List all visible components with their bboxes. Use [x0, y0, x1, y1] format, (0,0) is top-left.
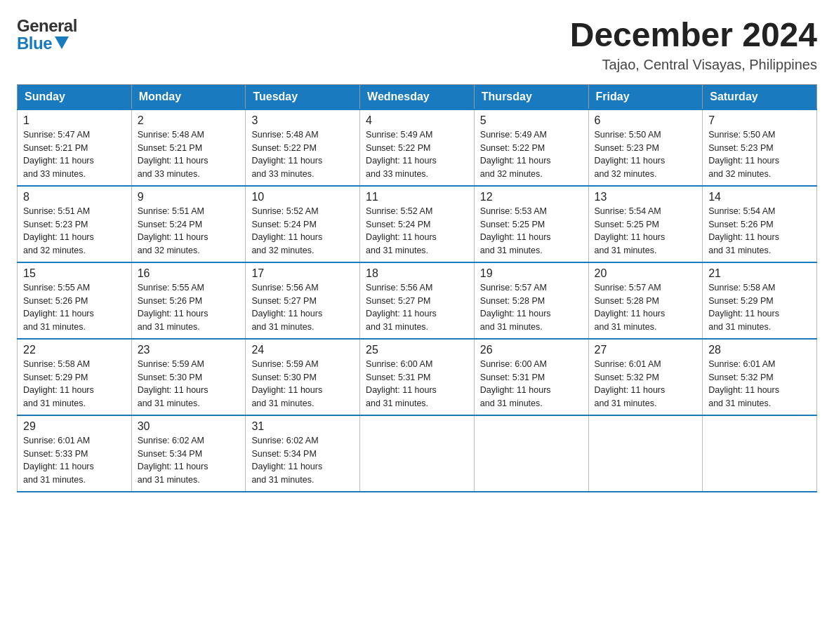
day-number: 6 — [595, 114, 697, 127]
day-number: 7 — [708, 114, 811, 127]
day-info: Sunrise: 5:52 AMSunset: 5:24 PMDaylight:… — [366, 205, 468, 257]
logo-triangle-icon — [55, 36, 69, 49]
calendar-day-cell: 18 Sunrise: 5:56 AMSunset: 5:27 PMDaylig… — [360, 262, 475, 339]
day-info: Sunrise: 5:55 AMSunset: 5:26 PMDaylight:… — [138, 281, 240, 334]
calendar-day-cell: 24 Sunrise: 5:59 AMSunset: 5:30 PMDaylig… — [246, 339, 360, 415]
day-number: 26 — [480, 344, 583, 356]
day-info: Sunrise: 5:59 AMSunset: 5:30 PMDaylight:… — [138, 358, 240, 410]
calendar-day-cell: 30 Sunrise: 6:02 AMSunset: 5:34 PMDaylig… — [131, 415, 246, 492]
day-number: 2 — [138, 114, 240, 127]
calendar-day-cell: 15 Sunrise: 5:55 AMSunset: 5:26 PMDaylig… — [18, 262, 132, 339]
calendar-day-cell: 26 Sunrise: 6:00 AMSunset: 5:31 PMDaylig… — [474, 339, 588, 415]
day-number: 3 — [251, 114, 354, 127]
day-number: 1 — [23, 114, 126, 127]
day-info: Sunrise: 5:57 AMSunset: 5:28 PMDaylight:… — [595, 281, 697, 334]
calendar-day-cell: 23 Sunrise: 5:59 AMSunset: 5:30 PMDaylig… — [131, 339, 246, 415]
day-number: 20 — [595, 267, 697, 280]
calendar-day-cell: 16 Sunrise: 5:55 AMSunset: 5:26 PMDaylig… — [131, 262, 246, 339]
day-info: Sunrise: 5:49 AMSunset: 5:22 PMDaylight:… — [480, 128, 583, 181]
day-number: 21 — [708, 267, 811, 280]
day-info: Sunrise: 5:53 AMSunset: 5:25 PMDaylight:… — [480, 205, 583, 257]
logo: General Blue — [17, 17, 77, 52]
calendar-day-cell: 19 Sunrise: 5:57 AMSunset: 5:28 PMDaylig… — [474, 262, 588, 339]
calendar-week-row: 22 Sunrise: 5:58 AMSunset: 5:29 PMDaylig… — [18, 339, 817, 415]
day-number: 4 — [366, 114, 468, 127]
day-info: Sunrise: 6:02 AMSunset: 5:34 PMDaylight:… — [251, 434, 354, 487]
day-number: 23 — [138, 344, 240, 356]
calendar-day-cell — [703, 415, 817, 492]
day-number: 29 — [23, 420, 126, 433]
day-info: Sunrise: 5:50 AMSunset: 5:23 PMDaylight:… — [708, 128, 811, 181]
day-info: Sunrise: 5:59 AMSunset: 5:30 PMDaylight:… — [251, 358, 354, 410]
calendar-day-cell: 8 Sunrise: 5:51 AMSunset: 5:23 PMDayligh… — [18, 186, 132, 262]
day-number: 14 — [708, 191, 811, 203]
day-info: Sunrise: 5:52 AMSunset: 5:24 PMDaylight:… — [251, 205, 354, 257]
calendar-day-cell: 25 Sunrise: 6:00 AMSunset: 5:31 PMDaylig… — [360, 339, 475, 415]
calendar-day-header: Sunday — [18, 84, 132, 109]
calendar-day-cell: 29 Sunrise: 6:01 AMSunset: 5:33 PMDaylig… — [18, 415, 132, 492]
day-info: Sunrise: 5:55 AMSunset: 5:26 PMDaylight:… — [23, 281, 126, 334]
day-info: Sunrise: 6:01 AMSunset: 5:33 PMDaylight:… — [23, 434, 126, 487]
calendar-day-header: Wednesday — [360, 84, 475, 109]
calendar-day-cell: 9 Sunrise: 5:51 AMSunset: 5:24 PMDayligh… — [131, 186, 246, 262]
day-number: 24 — [251, 344, 354, 356]
calendar-header-row: SundayMondayTuesdayWednesdayThursdayFrid… — [18, 84, 817, 109]
calendar-day-header: Friday — [588, 84, 703, 109]
calendar-week-row: 15 Sunrise: 5:55 AMSunset: 5:26 PMDaylig… — [18, 262, 817, 339]
day-number: 12 — [480, 191, 583, 203]
logo-blue-row: Blue — [17, 34, 77, 52]
calendar-day-cell: 5 Sunrise: 5:49 AMSunset: 5:22 PMDayligh… — [474, 109, 588, 186]
calendar-day-cell: 21 Sunrise: 5:58 AMSunset: 5:29 PMDaylig… — [703, 262, 817, 339]
location-title: Tajao, Central Visayas, Philippines — [570, 57, 817, 73]
day-info: Sunrise: 6:01 AMSunset: 5:32 PMDaylight:… — [708, 358, 811, 410]
day-number: 28 — [708, 344, 811, 356]
day-info: Sunrise: 5:56 AMSunset: 5:27 PMDaylight:… — [251, 281, 354, 334]
day-info: Sunrise: 5:58 AMSunset: 5:29 PMDaylight:… — [708, 281, 811, 334]
calendar-day-cell: 3 Sunrise: 5:48 AMSunset: 5:22 PMDayligh… — [246, 109, 360, 186]
calendar-day-cell: 27 Sunrise: 6:01 AMSunset: 5:32 PMDaylig… — [588, 339, 703, 415]
day-number: 11 — [366, 191, 468, 203]
day-number: 27 — [595, 344, 697, 356]
day-number: 5 — [480, 114, 583, 127]
calendar-day-cell: 13 Sunrise: 5:54 AMSunset: 5:25 PMDaylig… — [588, 186, 703, 262]
day-number: 30 — [138, 420, 240, 433]
day-info: Sunrise: 5:54 AMSunset: 5:25 PMDaylight:… — [595, 205, 697, 257]
day-info: Sunrise: 5:57 AMSunset: 5:28 PMDaylight:… — [480, 281, 583, 334]
logo-general-text: General — [17, 17, 77, 34]
title-area: December 2024 Tajao, Central Visayas, Ph… — [570, 17, 817, 73]
day-number: 9 — [138, 191, 240, 203]
day-number: 13 — [595, 191, 697, 203]
day-info: Sunrise: 5:50 AMSunset: 5:23 PMDaylight:… — [595, 128, 697, 181]
calendar-week-row: 29 Sunrise: 6:01 AMSunset: 5:33 PMDaylig… — [18, 415, 817, 492]
calendar-day-cell: 4 Sunrise: 5:49 AMSunset: 5:22 PMDayligh… — [360, 109, 475, 186]
day-info: Sunrise: 5:54 AMSunset: 5:26 PMDaylight:… — [708, 205, 811, 257]
day-number: 19 — [480, 267, 583, 280]
day-info: Sunrise: 5:51 AMSunset: 5:24 PMDaylight:… — [138, 205, 240, 257]
calendar-day-cell: 14 Sunrise: 5:54 AMSunset: 5:26 PMDaylig… — [703, 186, 817, 262]
day-number: 10 — [251, 191, 354, 203]
calendar-day-cell: 17 Sunrise: 5:56 AMSunset: 5:27 PMDaylig… — [246, 262, 360, 339]
month-title: December 2024 — [570, 17, 817, 54]
calendar-day-cell — [588, 415, 703, 492]
day-info: Sunrise: 5:48 AMSunset: 5:21 PMDaylight:… — [138, 128, 240, 181]
calendar-day-cell: 7 Sunrise: 5:50 AMSunset: 5:23 PMDayligh… — [703, 109, 817, 186]
day-info: Sunrise: 5:49 AMSunset: 5:22 PMDaylight:… — [366, 128, 468, 181]
calendar-week-row: 1 Sunrise: 5:47 AMSunset: 5:21 PMDayligh… — [18, 109, 817, 186]
day-info: Sunrise: 6:01 AMSunset: 5:32 PMDaylight:… — [595, 358, 697, 410]
day-number: 8 — [23, 191, 126, 203]
day-number: 18 — [366, 267, 468, 280]
calendar-day-cell: 6 Sunrise: 5:50 AMSunset: 5:23 PMDayligh… — [588, 109, 703, 186]
day-number: 15 — [23, 267, 126, 280]
calendar-day-cell — [474, 415, 588, 492]
calendar-day-cell: 22 Sunrise: 5:58 AMSunset: 5:29 PMDaylig… — [18, 339, 132, 415]
day-number: 22 — [23, 344, 126, 356]
day-info: Sunrise: 5:51 AMSunset: 5:23 PMDaylight:… — [23, 205, 126, 257]
day-info: Sunrise: 6:00 AMSunset: 5:31 PMDaylight:… — [480, 358, 583, 410]
day-info: Sunrise: 5:58 AMSunset: 5:29 PMDaylight:… — [23, 358, 126, 410]
calendar-day-cell: 20 Sunrise: 5:57 AMSunset: 5:28 PMDaylig… — [588, 262, 703, 339]
calendar-day-header: Thursday — [474, 84, 588, 109]
calendar-day-cell: 10 Sunrise: 5:52 AMSunset: 5:24 PMDaylig… — [246, 186, 360, 262]
calendar-day-header: Saturday — [703, 84, 817, 109]
logo-blue-text: Blue — [17, 34, 52, 52]
day-number: 31 — [251, 420, 354, 433]
